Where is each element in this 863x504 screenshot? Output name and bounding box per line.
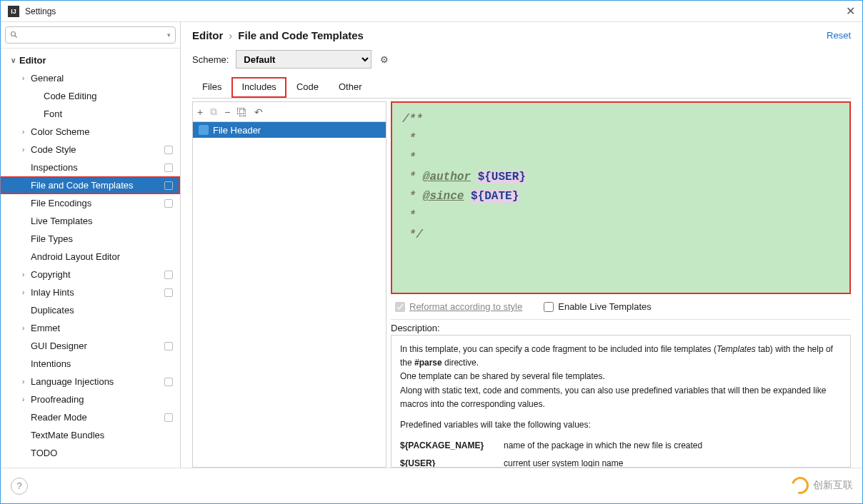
watermark-icon	[789, 474, 812, 498]
add-button[interactable]: +	[197, 106, 203, 118]
template-list-pane: + ⧉ − ⿻ ↶ File Header	[192, 101, 386, 468]
sidebar-item-proofreading[interactable]: ›Proofreading	[1, 390, 180, 408]
live-templates-checkbox[interactable]	[544, 302, 554, 312]
breadcrumb-sep: ›	[229, 29, 232, 41]
sidebar-item-code-style[interactable]: ›Code Style	[1, 141, 180, 158]
sidebar-item-reader-mode[interactable]: Reader Mode	[1, 408, 180, 426]
sidebar-item-intentions[interactable]: Intentions	[1, 355, 180, 373]
description-box: In this template, you can specify a code…	[391, 335, 851, 468]
breadcrumb: Editor › File and Code Templates Reset	[192, 29, 851, 41]
scheme-select[interactable]: Default	[236, 50, 371, 69]
tabs: FilesIncludesCodeOther	[192, 77, 851, 99]
tab-includes[interactable]: Includes	[231, 77, 286, 98]
sidebar-item-language-injections[interactable]: ›Language Injections	[1, 373, 180, 390]
sidebar-item-textmate-bundles[interactable]: TextMate Bundles	[1, 426, 180, 444]
breadcrumb-current: File and Code Templates	[238, 29, 364, 41]
undo-button[interactable]: ↶	[254, 106, 263, 118]
template-list: File Header	[193, 122, 386, 467]
sidebar-item-general[interactable]: ›General	[1, 69, 180, 87]
svg-point-0	[11, 32, 16, 36]
sidebar-item-file-and-code-templates[interactable]: File and Code Templates	[1, 176, 180, 194]
template-toolbar: + ⧉ − ⿻ ↶	[193, 102, 386, 122]
watermark: 创新互联	[792, 477, 853, 494]
gear-icon[interactable]: ⚙	[380, 54, 389, 65]
var-row: ${PACKAGE_NAME}name of the package in wh…	[400, 439, 842, 453]
settings-sidebar: ▾ ∨Editor›GeneralCode EditingFont›Color …	[1, 22, 181, 468]
reformat-checkbox-label: Reformat according to style	[395, 301, 522, 312]
sidebar-item-font[interactable]: Font	[1, 105, 180, 123]
sidebar-item-copyright[interactable]: ›Copyright	[1, 266, 180, 283]
copy-button[interactable]: ⧉	[210, 106, 217, 118]
settings-tree: ∨Editor›GeneralCode EditingFont›Color Sc…	[1, 49, 180, 468]
svg-line-1	[15, 36, 17, 38]
file-icon	[199, 125, 209, 135]
tab-other[interactable]: Other	[329, 77, 372, 98]
close-button[interactable]: ✕	[846, 4, 855, 18]
live-templates-checkbox-label[interactable]: Enable Live Templates	[544, 301, 652, 312]
description-label: Description:	[391, 320, 851, 335]
window-title: Settings	[25, 6, 56, 16]
sidebar-item-android-layout-editor[interactable]: Android Layout Editor	[1, 248, 180, 266]
sidebar-item-duplicates[interactable]: Duplicates	[1, 301, 180, 319]
help-button[interactable]: ?	[11, 478, 28, 495]
breadcrumb-root[interactable]: Editor	[192, 29, 223, 41]
sidebar-item-color-scheme[interactable]: ›Color Scheme	[1, 123, 180, 141]
app-logo: IJ	[8, 6, 19, 17]
sidebar-item-inlay-hints[interactable]: ›Inlay Hints	[1, 283, 180, 301]
reset-link[interactable]: Reset	[827, 30, 851, 41]
search-input[interactable]	[23, 30, 167, 40]
sidebar-item-live-templates[interactable]: Live Templates	[1, 212, 180, 230]
copy2-button[interactable]: ⿻	[237, 106, 247, 118]
tab-files[interactable]: Files	[192, 77, 231, 98]
sidebar-item-editor[interactable]: ∨Editor	[1, 51, 180, 69]
reformat-checkbox[interactable]	[395, 302, 405, 312]
template-item[interactable]: File Header	[193, 122, 386, 138]
sidebar-item-todo[interactable]: TODO	[1, 444, 180, 462]
search-icon	[10, 31, 19, 39]
search-dropdown-icon[interactable]: ▾	[167, 31, 171, 39]
sidebar-item-file-types[interactable]: File Types	[1, 230, 180, 248]
search-input-wrap[interactable]: ▾	[5, 26, 176, 44]
sidebar-item-file-encodings[interactable]: File Encodings	[1, 194, 180, 212]
sidebar-item-inspections[interactable]: Inspections	[1, 158, 180, 176]
var-row: ${USER}current user system login name	[400, 457, 842, 468]
sidebar-item-code-editing[interactable]: Code Editing	[1, 87, 180, 105]
scheme-label: Scheme:	[192, 54, 229, 65]
tab-code[interactable]: Code	[286, 77, 329, 98]
template-editor[interactable]: /** * * * @author ${USER} * @since ${DAT…	[391, 101, 851, 294]
remove-button[interactable]: −	[224, 106, 230, 118]
sidebar-item-gui-designer[interactable]: GUI Designer	[1, 337, 180, 355]
sidebar-item-emmet[interactable]: ›Emmet	[1, 319, 180, 337]
